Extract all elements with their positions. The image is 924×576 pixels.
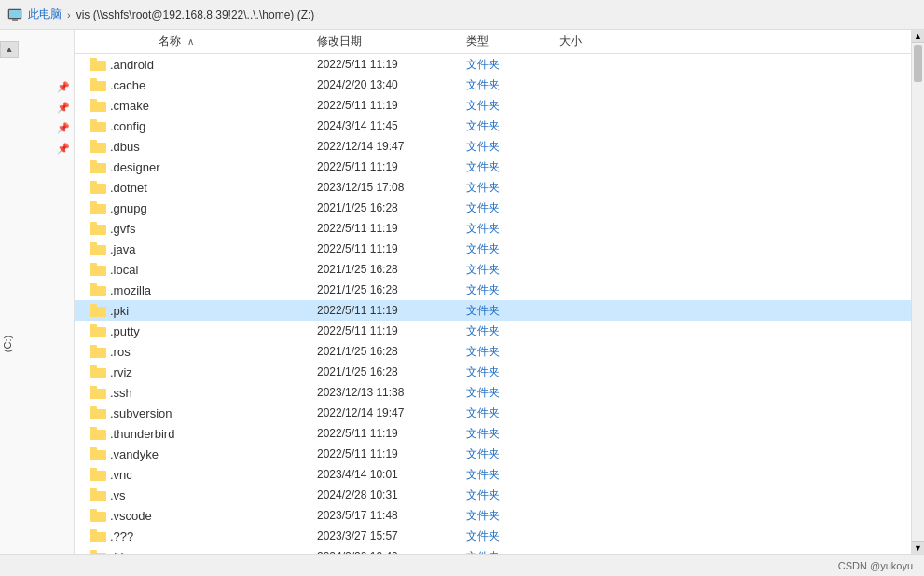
file-name-cell: .pki bbox=[75, 304, 317, 318]
table-row[interactable]: .pki2022/5/11 11:19文件夹 bbox=[75, 300, 911, 321]
scroll-down-arrow[interactable]: ▼ bbox=[912, 541, 924, 554]
folder-icon bbox=[90, 140, 106, 153]
file-date-cell: 2023/12/13 11:38 bbox=[317, 386, 466, 399]
file-date-cell: 2024/2/20 13:40 bbox=[317, 78, 466, 91]
table-row[interactable]: .vs2024/2/28 10:31文件夹 bbox=[75, 485, 911, 505]
status-bar: CSDN @yukoyu bbox=[0, 554, 924, 576]
file-date-cell: 2022/5/11 11:19 bbox=[317, 160, 466, 173]
table-row[interactable]: .dotnet2023/12/15 17:08文件夹 bbox=[75, 177, 911, 198]
file-date-cell: 2022/5/11 11:19 bbox=[317, 304, 466, 317]
table-row[interactable]: .putty2022/5/11 11:19文件夹 bbox=[75, 321, 911, 341]
file-type-cell: 文件夹 bbox=[466, 282, 559, 298]
table-row[interactable]: .gvfs2022/5/11 11:19文件夹 bbox=[75, 218, 911, 239]
column-headers: 名称 ∧ 修改日期 类型 大小 bbox=[75, 30, 911, 54]
file-date-cell: 2023/4/14 10:01 bbox=[317, 468, 466, 481]
folder-icon bbox=[90, 78, 106, 91]
table-row[interactable]: .rviz2021/1/25 16:28文件夹 bbox=[75, 362, 911, 382]
folder-icon bbox=[90, 201, 106, 214]
file-date-cell: 2022/5/11 11:19 bbox=[317, 324, 466, 337]
file-type-cell: 文件夹 bbox=[466, 139, 559, 155]
file-date-cell: 2022/5/11 11:19 bbox=[317, 99, 466, 112]
file-date-cell: 2022/5/11 11:19 bbox=[317, 58, 466, 71]
watermark: CSDN @yukoyu bbox=[838, 560, 913, 571]
sidebar-c-label: (C:) bbox=[2, 336, 13, 352]
table-row[interactable]: .subversion2022/12/14 19:47文件夹 bbox=[75, 403, 911, 423]
file-name-cell: .gnupg bbox=[75, 201, 317, 215]
table-row[interactable]: .mozilla2021/1/25 16:28文件夹 bbox=[75, 280, 911, 300]
svg-rect-1 bbox=[9, 10, 21, 18]
file-type-cell: 文件夹 bbox=[466, 405, 559, 421]
sort-arrow: ∧ bbox=[187, 36, 194, 47]
folder-icon bbox=[90, 447, 106, 460]
folder-icon bbox=[90, 242, 106, 255]
table-row[interactable]: .ssh2023/12/13 11:38文件夹 bbox=[75, 382, 911, 403]
col-header-size[interactable]: 大小 bbox=[559, 34, 634, 49]
file-type-cell: 文件夹 bbox=[466, 303, 559, 319]
file-date-cell: 2021/1/25 16:28 bbox=[317, 345, 466, 358]
table-row[interactable]: .gnupg2021/1/25 16:28文件夹 bbox=[75, 198, 911, 218]
folder-icon bbox=[90, 283, 106, 296]
file-type-cell: 文件夹 bbox=[466, 221, 559, 237]
file-date-cell: 2021/1/25 16:28 bbox=[317, 263, 466, 276]
col-header-name[interactable]: 名称 ∧ bbox=[75, 34, 317, 49]
file-name-cell: .mozilla bbox=[75, 283, 317, 297]
file-name-cell: .dotnet bbox=[75, 181, 317, 195]
scrollbar[interactable]: ▲ ▼ bbox=[911, 30, 924, 554]
col-header-type[interactable]: 类型 bbox=[466, 34, 559, 49]
table-row[interactable]: .cmake2022/5/11 11:19文件夹 bbox=[75, 95, 911, 116]
file-name-cell: .designer bbox=[75, 160, 317, 174]
folder-icon bbox=[90, 468, 106, 481]
table-row[interactable]: .vnc2023/4/14 10:01文件夹 bbox=[75, 464, 911, 485]
file-date-cell: 2024/3/14 11:45 bbox=[317, 119, 466, 132]
table-row[interactable]: .???2023/3/27 15:57文件夹 bbox=[75, 526, 911, 546]
scroll-up-button[interactable]: ▲ bbox=[0, 41, 19, 58]
table-row[interactable]: dds2024/2/20 13:40文件夹 bbox=[75, 546, 911, 554]
table-row[interactable]: .config2024/3/14 11:45文件夹 bbox=[75, 116, 911, 136]
folder-icon bbox=[90, 119, 106, 132]
file-date-cell: 2023/5/17 11:48 bbox=[317, 509, 466, 522]
file-type-cell: 文件夹 bbox=[466, 200, 559, 216]
pin-icon-1[interactable]: 📌 bbox=[57, 80, 70, 93]
computer-icon bbox=[7, 7, 22, 22]
table-row[interactable]: .vandyke2022/5/11 11:19文件夹 bbox=[75, 444, 911, 464]
folder-icon bbox=[90, 160, 106, 173]
file-name-cell: .dbus bbox=[75, 140, 317, 154]
file-name-cell: .cache bbox=[75, 78, 317, 92]
file-list: .android2022/5/11 11:19文件夹.cache2024/2/2… bbox=[75, 54, 911, 554]
folder-icon bbox=[90, 181, 106, 194]
file-name-cell: .gvfs bbox=[75, 222, 317, 236]
breadcrumb-computer: 此电脑 bbox=[28, 7, 62, 22]
folder-icon bbox=[90, 99, 106, 112]
file-type-cell: 文件夹 bbox=[466, 364, 559, 380]
file-date-cell: 2021/1/25 16:28 bbox=[317, 201, 466, 214]
scroll-up-arrow[interactable]: ▲ bbox=[912, 30, 924, 43]
folder-icon bbox=[90, 488, 106, 501]
table-row[interactable]: .designer2022/5/11 11:19文件夹 bbox=[75, 157, 911, 177]
file-date-cell: 2022/12/14 19:47 bbox=[317, 140, 466, 153]
table-row[interactable]: .java2022/5/11 11:19文件夹 bbox=[75, 239, 911, 259]
file-type-cell: 文件夹 bbox=[466, 77, 559, 93]
table-row[interactable]: .ros2021/1/25 16:28文件夹 bbox=[75, 341, 911, 362]
table-row[interactable]: .dbus2022/12/14 19:47文件夹 bbox=[75, 136, 911, 157]
file-type-cell: 文件夹 bbox=[466, 323, 559, 339]
table-row[interactable]: .local2021/1/25 16:28文件夹 bbox=[75, 259, 911, 280]
pin-icon-3[interactable]: 📌 bbox=[57, 121, 70, 134]
pin-icon-4[interactable]: 📌 bbox=[57, 142, 70, 155]
file-date-cell: 2022/5/11 11:19 bbox=[317, 427, 466, 440]
col-header-date[interactable]: 修改日期 bbox=[317, 34, 466, 49]
file-date-cell: 2022/5/11 11:19 bbox=[317, 447, 466, 460]
table-row[interactable]: .vscode2023/5/17 11:48文件夹 bbox=[75, 505, 911, 526]
file-type-cell: 文件夹 bbox=[466, 344, 559, 360]
scroll-thumb[interactable] bbox=[914, 45, 922, 82]
folder-icon bbox=[90, 386, 106, 399]
table-row[interactable]: .android2022/5/11 11:19文件夹 bbox=[75, 54, 911, 75]
file-type-cell: 文件夹 bbox=[466, 57, 559, 73]
file-name-cell: .subversion bbox=[75, 406, 317, 420]
table-row[interactable]: .cache2024/2/20 13:40文件夹 bbox=[75, 75, 911, 95]
file-type-cell: 文件夹 bbox=[466, 98, 559, 114]
table-row[interactable]: .thunderbird2022/5/11 11:19文件夹 bbox=[75, 423, 911, 444]
sidebar: ▲ (C:) 📌 📌 📌 📌 bbox=[0, 30, 75, 554]
pin-icon-2[interactable]: 📌 bbox=[57, 101, 70, 114]
file-date-cell: 2023/12/15 17:08 bbox=[317, 181, 466, 194]
folder-icon bbox=[90, 406, 106, 419]
